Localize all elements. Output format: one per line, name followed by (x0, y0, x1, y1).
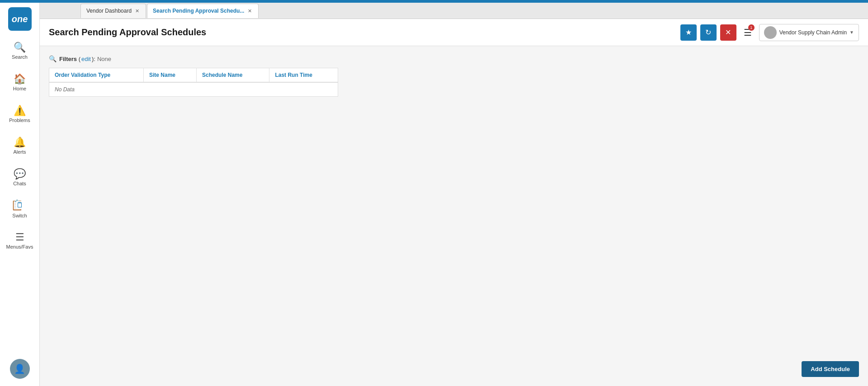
data-table: Order Validation Type Site Name Schedule… (49, 68, 338, 97)
filters-paren-close: ): (92, 56, 95, 62)
content-header: Search Pending Approval Schedules ★ ↻ ✕ … (40, 19, 868, 46)
tab-vendor-dashboard[interactable]: Vendor Dashboard ✕ (80, 4, 146, 18)
sidebar-item-home[interactable]: 🏠 Home (2, 67, 38, 98)
sidebar: one 🔍 Search 🏠 Home ⚠️ Problems 🔔 Alerts… (0, 3, 40, 386)
sidebar-item-chats[interactable]: 💬 Chats (2, 162, 38, 193)
problems-icon: ⚠️ (14, 105, 26, 117)
close-icon: ✕ (725, 28, 731, 37)
add-schedule-button[interactable]: Add Schedule (802, 361, 859, 377)
filters-label: Filters (59, 56, 77, 62)
tab-vendor-dashboard-label: Vendor Dashboard (86, 8, 132, 14)
content-area: Vendor Dashboard ✕ Search Pending Approv… (40, 3, 868, 386)
page-title: Search Pending Approval Schedules (49, 27, 206, 38)
header-actions: ★ ↻ ✕ ☰ 1 Vendor Supply Chain Admin ▼ (680, 24, 859, 41)
close-button[interactable]: ✕ (720, 24, 736, 41)
switch-front-icon: 🗒 (16, 201, 24, 209)
filters-row: 🔍 Filters ( edit ): None (49, 55, 859, 62)
logo-text: one (12, 14, 28, 24)
sidebar-label-chats: Chats (13, 181, 26, 186)
chats-icon: 💬 (14, 168, 26, 180)
refresh-button[interactable]: ↻ (700, 24, 717, 41)
star-icon: ★ (685, 28, 692, 37)
col-site-name: Site Name (143, 68, 196, 83)
refresh-icon: ↻ (705, 28, 711, 37)
app-logo[interactable]: one (8, 7, 32, 31)
tab-bar: Vendor Dashboard ✕ Search Pending Approv… (40, 3, 868, 19)
table-body: No Data (49, 82, 338, 97)
main-content: 🔍 Filters ( edit ): None Order Validatio… (40, 46, 868, 386)
sidebar-item-problems[interactable]: ⚠️ Problems (2, 99, 38, 129)
favorite-button[interactable]: ★ (680, 24, 697, 41)
switch-icons-wrap: 📋 🗒 (11, 199, 29, 212)
sidebar-item-search[interactable]: 🔍 Search (2, 35, 38, 66)
home-icon: 🏠 (14, 73, 26, 85)
user-avatar-sidebar[interactable]: 👤 (10, 359, 30, 379)
sidebar-label-menus-favs: Menus/Favs (6, 244, 33, 249)
tab-search-pending-label: Search Pending Approval Schedu... (153, 8, 244, 14)
col-schedule-name: Schedule Name (197, 68, 269, 83)
sidebar-item-switch[interactable]: 📋 🗒 Switch (2, 193, 38, 224)
col-last-run-time: Last Run Time (269, 68, 338, 83)
search-icon: 🔍 (14, 42, 26, 53)
dropdown-arrow-icon: ▼ (849, 30, 854, 35)
alerts-icon: 🔔 (14, 137, 26, 148)
filters-value: None (97, 56, 111, 62)
col-order-validation-type: Order Validation Type (49, 68, 144, 83)
filters-paren-open: ( (77, 56, 80, 62)
avatar-circle: 👤 (10, 359, 30, 379)
menus-favs-icon: ☰ (15, 231, 24, 243)
tab-search-pending[interactable]: Search Pending Approval Schedu... ✕ (147, 4, 259, 18)
table-header-row: Order Validation Type Site Name Schedule… (49, 68, 338, 83)
sidebar-label-switch: Switch (12, 213, 27, 218)
avatar-icon: 👤 (14, 363, 25, 374)
table-head: Order Validation Type Site Name Schedule… (49, 68, 338, 83)
sidebar-label-problems: Problems (9, 118, 30, 123)
sidebar-label-alerts: Alerts (13, 149, 26, 155)
sidebar-item-menus-favs[interactable]: ☰ Menus/Favs (2, 225, 38, 256)
sidebar-label-search: Search (12, 54, 28, 60)
sidebar-label-home: Home (13, 86, 26, 91)
notification-badge: 1 (748, 24, 755, 31)
table-row-no-data: No Data (49, 82, 338, 97)
tab-search-pending-close[interactable]: ✕ (247, 8, 253, 14)
no-data-cell: No Data (49, 82, 338, 97)
filters-edit-link[interactable]: edit (81, 56, 91, 62)
menu-button[interactable]: ☰ 1 (740, 25, 755, 40)
user-dropdown[interactable]: Vendor Supply Chain Admin ▼ (759, 24, 859, 41)
tab-vendor-dashboard-close[interactable]: ✕ (134, 8, 140, 14)
user-name: Vendor Supply Chain Admin (779, 29, 847, 36)
filter-icon: 🔍 (49, 55, 57, 62)
user-avatar-small (764, 26, 777, 39)
sidebar-item-alerts[interactable]: 🔔 Alerts (2, 130, 38, 161)
